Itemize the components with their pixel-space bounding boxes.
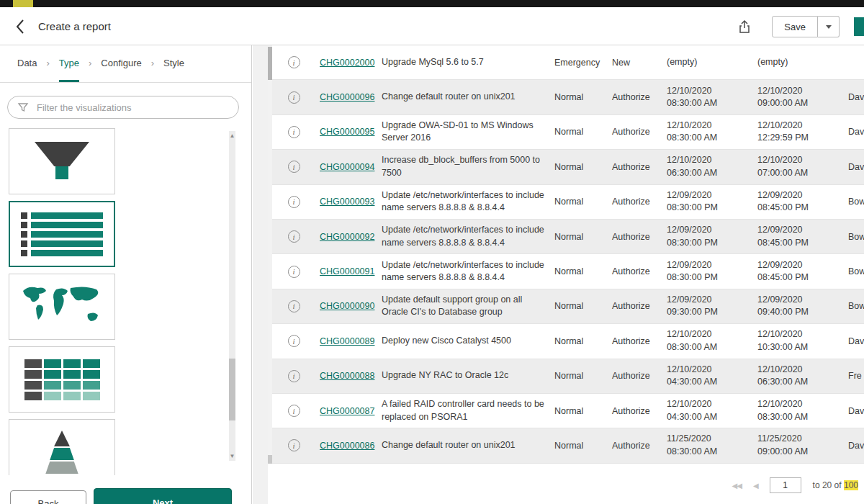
back-chevron-icon[interactable] (14, 18, 25, 35)
table-row[interactable]: iCHG0000087A failed RAID controller card… (272, 394, 864, 428)
info-icon[interactable]: i (272, 196, 315, 208)
change-number-link[interactable]: CHG0000091 (315, 266, 382, 276)
share-icon[interactable] (737, 19, 752, 35)
cell-end-date: 12/10/2020 07:00:00 AM (757, 154, 848, 179)
tab-style[interactable]: Style (163, 45, 184, 82)
cell-start-date: 12/09/2020 08:30:00 PM (667, 259, 757, 284)
table-row[interactable]: iCHG0000095Upgrade OWA-SD-01 to MS Windo… (272, 115, 864, 150)
table-row[interactable]: iCHG0000094Increase db_block_buffers fro… (272, 150, 864, 184)
table-scrollbar-thumb[interactable] (268, 47, 272, 80)
table-scrollbar[interactable] (268, 45, 272, 464)
info-icon[interactable]: i (272, 300, 315, 312)
cell-state: Authorize (612, 232, 667, 242)
cell-state: Authorize (612, 301, 667, 311)
info-icon[interactable]: i (272, 56, 315, 68)
visualization-list (0, 128, 228, 475)
save-dropdown-button[interactable] (818, 16, 840, 37)
cell-assigned-to: Dav (848, 162, 864, 172)
table-row[interactable]: iCHG0000089Deploy new Cisco Catalyst 450… (272, 324, 864, 359)
table-row[interactable]: iCHG0000093Update /etc/network/interface… (272, 185, 864, 220)
cell-state: New (612, 58, 667, 68)
panel-scrollbar[interactable]: ▲ ▼ (229, 131, 235, 461)
table-row[interactable]: iCHG0002000Upgrade MySql 5.6 to 5.7Emerg… (272, 45, 864, 80)
change-number-link[interactable]: CHG0000092 (315, 232, 382, 242)
cell-state: Authorize (612, 441, 667, 451)
cell-priority: Normal (554, 266, 612, 276)
scrollbar-thumb[interactable] (229, 359, 235, 420)
cell-start-date: 12/09/2020 08:30:00 PM (667, 189, 757, 215)
viz-option-world-map[interactable] (9, 274, 115, 340)
change-number-link[interactable]: CHG0000086 (315, 441, 382, 451)
info-icon[interactable]: i (272, 161, 315, 173)
change-number-link[interactable]: CHG0000094 (315, 162, 382, 172)
table-row[interactable]: iCHG0000090Update default support group … (272, 289, 864, 324)
table-row[interactable]: iCHG0000096Change default router on unix… (272, 80, 864, 114)
cell-state: Authorize (612, 127, 667, 137)
cell-state: Authorize (612, 92, 667, 102)
cell-priority: Normal (554, 301, 612, 311)
change-number-link[interactable]: CHG0000087 (315, 406, 382, 416)
cell-state: Authorize (612, 162, 667, 172)
info-icon[interactable]: i (272, 370, 315, 382)
info-icon[interactable]: i (272, 266, 315, 278)
cell-state: Authorize (612, 336, 667, 346)
cell-short-description: A failed RAID controller card needs to b… (382, 398, 554, 423)
change-number-link[interactable]: CHG0000093 (315, 197, 382, 207)
info-icon[interactable]: i (272, 405, 315, 417)
pagination-range: to 20 of 100 (813, 480, 858, 490)
cell-start-date: 12/09/2020 09:30:00 PM (667, 294, 757, 319)
cell-end-date: 12/10/2020 12:29:59 PM (757, 120, 848, 145)
table-row[interactable]: iCHG0000086Change default router on unix… (272, 428, 864, 463)
info-icon[interactable]: i (272, 439, 315, 451)
table-row[interactable]: iCHG0000091Update /etc/network/interface… (272, 254, 864, 289)
tab-data[interactable]: Data (17, 45, 37, 82)
table-row[interactable]: iCHG0000092Update /etc/network/interface… (272, 220, 864, 254)
previous-page-icon[interactable]: ◀ (753, 482, 758, 490)
scroll-down-icon[interactable]: ▼ (228, 453, 236, 459)
top-strip (0, 0, 864, 7)
info-icon[interactable]: i (272, 230, 315, 243)
cell-start-date: 12/10/2020 08:30:00 AM (667, 85, 757, 110)
info-icon[interactable]: i (272, 91, 315, 104)
change-number-link[interactable]: CHG0000089 (315, 336, 382, 346)
cell-priority: Normal (554, 336, 612, 346)
top-strip-accent (13, 0, 33, 7)
next-step-button[interactable]: Next (94, 488, 232, 504)
cell-start-date: 12/10/2020 04:30:00 AM (667, 398, 757, 423)
page-number-input[interactable] (770, 477, 801, 493)
back-step-button[interactable]: Back (10, 490, 86, 504)
change-number-link[interactable]: CHG0000090 (315, 301, 382, 311)
change-number-link[interactable]: CHG0000095 (315, 127, 382, 137)
tab-configure[interactable]: Configure (101, 45, 141, 82)
cell-start-date: 12/10/2020 04:30:00 AM (667, 364, 757, 389)
cell-end-date: 12/09/2020 09:40:00 PM (757, 294, 848, 319)
viz-option-pyramid[interactable] (9, 419, 115, 475)
first-page-icon[interactable]: ◀◀ (732, 482, 742, 490)
wizard-steps: Data › Type › Configure › Style (0, 45, 251, 83)
scroll-up-icon[interactable]: ▲ (228, 132, 236, 139)
chevron-right-icon: › (151, 45, 154, 82)
change-number-link[interactable]: CHG0000096 (315, 92, 382, 102)
panel-gutter (253, 45, 268, 504)
cell-short-description: Increase db_block_buffers from 5000 to 7… (382, 154, 554, 179)
cell-assigned-to: Bow (848, 232, 864, 242)
cell-priority: Normal (554, 92, 612, 102)
tab-type[interactable]: Type (59, 45, 79, 82)
cell-state: Authorize (612, 266, 667, 276)
viz-option-bar-list[interactable] (9, 201, 115, 267)
save-button[interactable]: Save (772, 16, 818, 37)
info-icon[interactable]: i (272, 335, 315, 347)
cell-start-date: (empty) (667, 56, 757, 69)
header-left: Create a report (14, 7, 111, 45)
cell-state: Authorize (612, 371, 667, 381)
viz-option-heatmap[interactable] (9, 346, 115, 413)
table-rows: iCHG0002000Upgrade MySql 5.6 to 5.7Emerg… (272, 45, 864, 464)
visualization-filter (7, 96, 239, 119)
viz-option-funnel[interactable] (9, 128, 115, 194)
table-row[interactable]: iCHG0000088Upgrade NY RAC to Oracle 12cN… (272, 359, 864, 394)
change-number-link[interactable]: CHG0002000 (315, 58, 382, 68)
change-number-link[interactable]: CHG0000088 (315, 371, 382, 381)
info-icon[interactable]: i (272, 126, 315, 138)
bar-chart-icon (21, 212, 103, 256)
visualization-filter-input[interactable] (7, 96, 239, 119)
